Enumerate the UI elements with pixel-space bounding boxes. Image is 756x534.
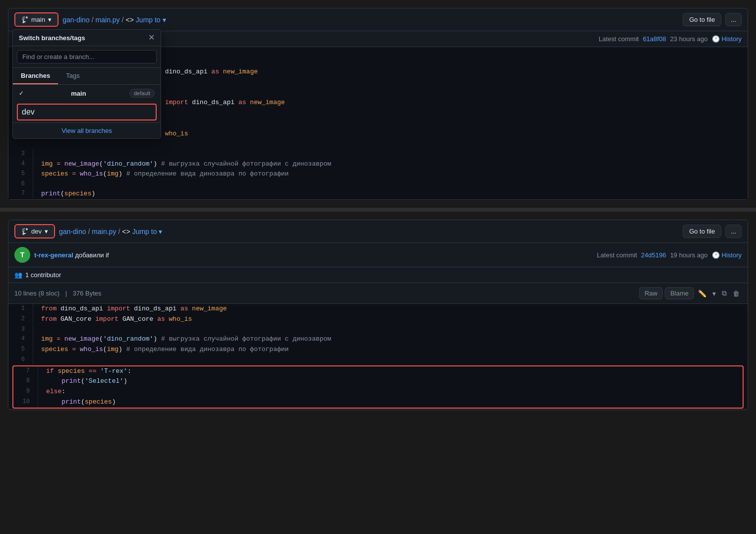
main-branch-button[interactable]: main ▾ bbox=[14, 12, 58, 27]
file-actions: Raw Blame ✏️ ▾ ⧉ 🗑 bbox=[639, 287, 742, 299]
section-separator bbox=[0, 208, 756, 212]
edit-icon[interactable]: ✏️ bbox=[696, 288, 708, 299]
go-to-file-button[interactable]: Go to file bbox=[683, 13, 721, 26]
sep1: / bbox=[92, 16, 94, 24]
bottom-line-5: 5 species = who_is(img) # определение ви… bbox=[8, 345, 748, 355]
history-label-bottom: History bbox=[722, 251, 742, 259]
commit-time-bottom: 19 hours ago bbox=[670, 251, 708, 259]
default-badge: default bbox=[129, 89, 155, 98]
delete-icon[interactable]: 🗑 bbox=[731, 288, 742, 299]
main-branch-name: main bbox=[71, 90, 86, 97]
code-icon: <> bbox=[126, 16, 134, 24]
dropdown-tabs: Branches Tags bbox=[13, 68, 161, 85]
code-line-top-5: 5 species = who_is(img) # определение ви… bbox=[8, 169, 748, 179]
commit-info-right: Latest commit 24d5196 19 hours ago 🕐 His… bbox=[597, 251, 742, 259]
bottom-header: dev ▾ gan-dino / main.py / <> Jump to ▾ … bbox=[8, 220, 748, 243]
commit-label-bottom: Latest commit bbox=[597, 251, 637, 259]
bottom-jump-chevron: ▾ bbox=[159, 228, 162, 236]
copy-icon[interactable]: ⧉ bbox=[720, 287, 729, 299]
dropdown-title: Switch branches/tags bbox=[19, 34, 85, 42]
bottom-code-area: 1 from dino_ds_api import dino_ds_api as… bbox=[8, 304, 748, 409]
jump-chevron: ▾ bbox=[163, 16, 166, 24]
branch-icon bbox=[21, 16, 28, 23]
dropdown-close-button[interactable]: ✕ bbox=[148, 34, 155, 42]
history-link-top[interactable]: 🕐 History bbox=[712, 35, 742, 43]
contributors-count: 1 contributor bbox=[25, 271, 61, 279]
bottom-line-8: 8 print('Selectel') bbox=[13, 376, 743, 387]
commit-hash-top[interactable]: 61a8f08 bbox=[643, 35, 666, 43]
branch-name: main bbox=[31, 16, 45, 23]
dev-branch-name: dev bbox=[31, 228, 42, 235]
branch-search-input[interactable] bbox=[17, 50, 157, 63]
history-icon-bottom: 🕐 bbox=[712, 251, 720, 259]
dev-branch-icon bbox=[21, 228, 28, 235]
main-branch-item[interactable]: ✓ main default bbox=[13, 85, 161, 102]
bottom-jump-to-button[interactable]: Jump to ▾ bbox=[132, 228, 163, 236]
bottom-repo-link[interactable]: gan-dino bbox=[59, 228, 86, 236]
bottom-line-2: 2 from GAN_core import GAN_core as who_i… bbox=[8, 314, 748, 325]
pipe-sep: | bbox=[65, 290, 67, 297]
dev-branch-item[interactable]: dev bbox=[17, 104, 157, 120]
jump-to-button[interactable]: Jump to ▾ bbox=[136, 16, 166, 24]
bottom-line-9: 9 else: bbox=[13, 387, 743, 397]
ellipsis-button[interactable]: ... bbox=[725, 13, 742, 26]
view-all-branches-link[interactable]: View all branches bbox=[13, 122, 161, 138]
bottom-header-right: Go to file ... bbox=[683, 225, 742, 238]
bottom-jump-to-label: Jump to bbox=[132, 228, 157, 236]
history-link-bottom[interactable]: 🕐 History bbox=[712, 251, 742, 259]
bottom-go-to-file-button[interactable]: Go to file bbox=[683, 225, 721, 238]
file-size-info: 376 Bytes bbox=[73, 290, 102, 297]
history-icon-top: 🕐 bbox=[712, 35, 720, 43]
top-section: main ▾ gan-dino / main.py / <> Jump to ▾… bbox=[8, 8, 748, 200]
tab-branches[interactable]: Branches bbox=[13, 68, 58, 84]
bottom-ellipsis-button[interactable]: ... bbox=[725, 225, 742, 238]
bottom-section: dev ▾ gan-dino / main.py / <> Jump to ▾ … bbox=[8, 220, 748, 410]
commit-time-top: 23 hours ago bbox=[670, 35, 708, 43]
user-avatar: T bbox=[14, 247, 30, 263]
dev-dropdown-chevron: ▾ bbox=[45, 228, 48, 235]
file-link[interactable]: main.py bbox=[96, 16, 120, 24]
sep2: / bbox=[122, 16, 124, 24]
bottom-line-3: 3 bbox=[8, 325, 748, 334]
bottom-line-1: 1 from dino_ds_api import dino_ds_api as… bbox=[8, 304, 748, 314]
commit-hash-bottom[interactable]: 24d5196 bbox=[641, 251, 666, 259]
breadcrumb: gan-dino / main.py / <> Jump to ▾ bbox=[62, 16, 166, 24]
bottom-line-7: 7 if species == 'T-rex': bbox=[13, 366, 743, 377]
bottom-sep1: / bbox=[88, 228, 90, 236]
history-label-top: History bbox=[722, 35, 742, 43]
code-line-top-7: 7 print(species) bbox=[8, 189, 748, 199]
bottom-code-icon: <> bbox=[122, 228, 130, 236]
username-link[interactable]: t-rex-general bbox=[34, 251, 73, 259]
dropdown-chevron: ▾ bbox=[48, 16, 52, 23]
header-right: Go to file ... bbox=[683, 13, 742, 26]
repo-link[interactable]: gan-dino bbox=[62, 16, 90, 24]
code-line-top-6: 6 bbox=[8, 179, 748, 189]
contributor-text: t-rex-general добавили if bbox=[34, 251, 109, 259]
branch-dropdown: Switch branches/tags ✕ Branches Tags ✓ m… bbox=[12, 29, 161, 139]
bottom-sep2: / bbox=[118, 228, 120, 236]
highlighted-code-block: 7 if species == 'T-rex': 8 print('Select… bbox=[12, 365, 744, 409]
bottom-line-6: 6 bbox=[8, 355, 748, 364]
check-icon: ✓ bbox=[19, 90, 24, 97]
contributors-bar: 👥 1 contributor bbox=[8, 267, 748, 283]
bottom-line-4: 4 img = new_image('dino_random') # выгру… bbox=[8, 334, 748, 345]
file-meta-bar: 10 lines (8 sloc) | 376 Bytes Raw Blame … bbox=[8, 283, 748, 304]
more-options-icon[interactable]: ▾ bbox=[710, 288, 718, 299]
file-lines-info: 10 lines (8 sloc) bbox=[14, 290, 59, 297]
top-header: main ▾ gan-dino / main.py / <> Jump to ▾… bbox=[8, 8, 748, 31]
raw-button[interactable]: Raw bbox=[639, 287, 663, 299]
dev-branch-button[interactable]: dev ▾ bbox=[14, 224, 55, 238]
blame-button[interactable]: Blame bbox=[665, 287, 694, 299]
dropdown-search-area bbox=[13, 46, 161, 68]
code-line-top-4: 4 img = new_image('dino_random') # выгру… bbox=[8, 159, 748, 170]
bottom-file-link[interactable]: main.py bbox=[92, 228, 116, 236]
commit-label-top: Latest commit bbox=[599, 35, 639, 43]
bottom-line-10: 10 print(species) bbox=[13, 397, 743, 408]
code-line-top-3: 3 bbox=[8, 149, 748, 159]
contributors-icon: 👥 bbox=[14, 271, 22, 279]
file-meta-info: 10 lines (8 sloc) | 376 Bytes bbox=[14, 290, 106, 297]
bottom-breadcrumb: gan-dino / main.py / <> Jump to ▾ bbox=[59, 228, 162, 236]
tab-tags[interactable]: Tags bbox=[58, 68, 87, 84]
dev-branch-name: dev bbox=[22, 108, 35, 117]
jump-to-label: Jump to bbox=[136, 16, 161, 24]
